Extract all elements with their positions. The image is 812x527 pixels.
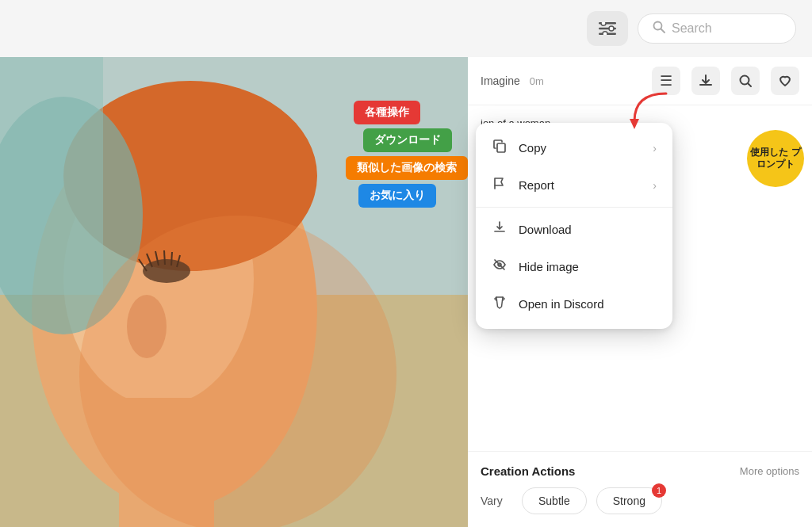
menu-divider-1 xyxy=(476,207,672,208)
orange-arrow-indicator: ↓ xyxy=(741,57,750,59)
svg-point-24 xyxy=(79,216,396,527)
favorite-button[interactable]: ↓ xyxy=(771,67,799,95)
report-arrow: › xyxy=(653,179,657,192)
svg-point-4 xyxy=(609,26,614,31)
report-label: Report xyxy=(519,178,642,192)
imagine-label: Imagine xyxy=(481,74,520,87)
copy-icon xyxy=(492,139,508,157)
annotation-badge-download: ダウンロード xyxy=(363,128,452,152)
creation-title: Creation Actions xyxy=(481,464,575,478)
download-label: Download xyxy=(519,223,657,236)
strong-button[interactable]: Strong 1 xyxy=(596,487,662,514)
header-icons: ↓ ☰ ↓ ↓ ↓ xyxy=(652,67,799,95)
svg-rect-23 xyxy=(0,57,103,295)
svg-line-7 xyxy=(661,29,665,33)
annotation-badge-search: 類似した画像の検索 xyxy=(346,156,468,180)
portrait-image xyxy=(0,57,468,527)
creation-header: Creation Actions More options xyxy=(481,464,799,478)
subtle-button[interactable]: Subtle xyxy=(522,487,587,514)
menu-item-discord[interactable]: Open in Discord xyxy=(476,285,672,323)
annotation-badge-operations: 各種操作 xyxy=(354,101,420,124)
image-search-button[interactable]: ↓ xyxy=(731,67,760,95)
svg-point-3 xyxy=(601,22,606,25)
report-icon xyxy=(492,176,508,194)
menu-item-hide[interactable]: Hide image xyxy=(476,248,672,285)
menu-button[interactable]: ↓ ☰ xyxy=(652,67,680,95)
discord-icon xyxy=(492,295,508,313)
download-button[interactable]: ↓ xyxy=(691,67,720,95)
filter-button[interactable] xyxy=(587,11,628,46)
strong-count-badge: 1 xyxy=(652,483,666,498)
copy-label: Copy xyxy=(519,141,642,155)
annotation-badge-favorite: お気に入り xyxy=(358,184,436,208)
svg-rect-27 xyxy=(497,143,505,152)
red-arrow-indicator: ↓ xyxy=(662,57,671,59)
search-placeholder: Search xyxy=(672,21,712,36)
menu-item-download[interactable]: Download xyxy=(476,211,672,248)
green-arrow-indicator: ↓ xyxy=(702,57,710,59)
svg-point-5 xyxy=(603,32,607,35)
discord-label: Open in Discord xyxy=(519,297,657,311)
more-options-link[interactable]: More options xyxy=(740,465,799,477)
svg-line-26 xyxy=(749,84,752,87)
prompt-badge[interactable]: 使用した プロンプト xyxy=(747,130,804,187)
prompt-badge-label: 使用した プロンプト xyxy=(747,147,804,171)
hide-icon xyxy=(492,258,508,276)
vary-row: Vary Subtle Strong 1 xyxy=(481,487,799,514)
search-bar[interactable]: Search xyxy=(638,13,796,44)
image-header: Imagine 0m ↓ ☰ ↓ ↓ xyxy=(468,57,812,105)
menu-item-copy[interactable]: Copy › xyxy=(476,129,672,166)
hide-label: Hide image xyxy=(519,260,657,273)
copy-arrow: › xyxy=(653,142,657,155)
vary-label: Vary xyxy=(481,495,512,507)
blue-arrow-indicator: ↓ xyxy=(781,57,790,59)
context-menu: Copy › Report › Download xyxy=(476,123,672,329)
image-area: 各種操作 ダウンロード 類似した画像の検索 お気に入り xyxy=(0,57,468,527)
time-label: 0m xyxy=(530,75,544,87)
top-bar: Search xyxy=(0,0,812,57)
search-icon xyxy=(653,21,665,36)
menu-item-report[interactable]: Report › xyxy=(476,166,672,204)
download-menu-icon xyxy=(492,220,508,239)
creation-actions: Creation Actions More options Vary Subtl… xyxy=(468,451,812,527)
